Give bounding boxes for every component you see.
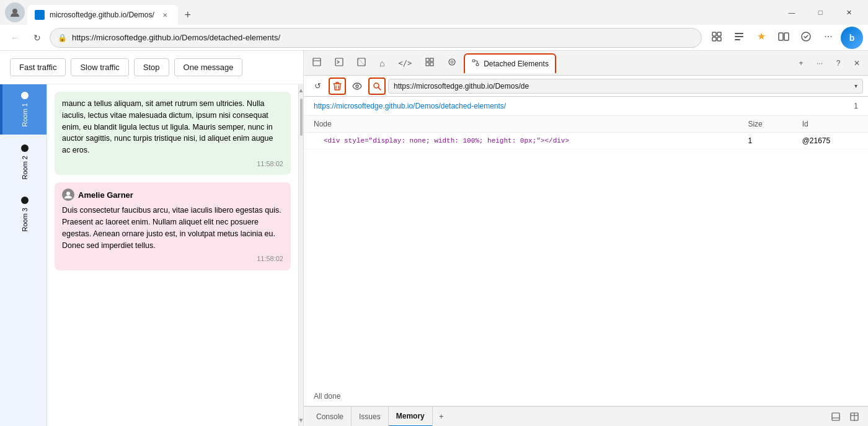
svg-rect-9 [784, 33, 789, 40]
more-tools-icon[interactable]: ··· [818, 27, 838, 47]
address-path: Demos/detached-elements/ [182, 33, 280, 42]
bottom-dock-icon[interactable] [827, 408, 844, 425]
console-icon [335, 58, 343, 68]
svg-rect-19 [426, 63, 429, 66]
devtools-status: All done [304, 387, 868, 406]
collections-icon[interactable] [707, 27, 727, 47]
svg-rect-17 [426, 58, 429, 61]
svg-rect-12 [313, 58, 321, 66]
devtools-url-bar[interactable]: https://microsoftedge.github.io/Demos/de… [388, 79, 863, 94]
chat-panel: Fast traffic Slow traffic Stop One messa… [0, 51, 304, 426]
devtools-url-dropdown[interactable]: ▾ [854, 82, 857, 89]
room-2-dot [21, 144, 29, 152]
lock-icon: 🔒 [58, 33, 67, 42]
devtools-more-button[interactable]: ··· [811, 55, 828, 72]
devtools-tab-performance[interactable]: </> [392, 53, 418, 73]
active-tab[interactable]: microsoftedge.github.io/Demos/ ✕ [27, 5, 178, 25]
message-1-time: 11:58:02 [62, 159, 283, 169]
devtools-result-count: 1 [854, 102, 858, 110]
minimize-button[interactable]: — [777, 2, 806, 22]
svg-rect-20 [430, 63, 433, 66]
close-button[interactable]: ✕ [835, 2, 863, 22]
slow-traffic-button[interactable]: Slow traffic [71, 58, 128, 76]
svg-rect-2 [717, 32, 721, 36]
scroll-thumb[interactable] [300, 99, 303, 136]
stop-button[interactable]: Stop [134, 58, 169, 76]
devtools-url-text: https://microsoftedge.github.io/Demos/de [394, 82, 852, 91]
svg-rect-30 [832, 413, 839, 420]
room-1-label: Room 1 [21, 103, 29, 127]
edge-copilot-icon[interactable]: b [841, 27, 863, 49]
devtools-tab-detached-elements[interactable]: Detached Elements [464, 53, 556, 73]
application-icon [448, 58, 456, 68]
devtools-subtoolbar: ↺ https://microsoftedge.github.io/Demos/… [304, 76, 868, 97]
chat-toolbar: Fast traffic Slow traffic Stop One messa… [0, 51, 303, 84]
devtools-refresh-button[interactable]: ↺ [309, 78, 326, 95]
maximize-button[interactable]: □ [806, 2, 835, 22]
browser-essentials-icon[interactable] [796, 27, 816, 47]
message-2-text: Duis consectetur faucibus arcu, vitae ia… [62, 205, 283, 251]
svg-line-16 [358, 58, 365, 66]
tab-close-button[interactable]: ✕ [159, 9, 170, 20]
title-bar: microsoftedge.github.io/Demos/ ✕ + — □ ✕ [0, 0, 868, 25]
bottom-settings-icon[interactable] [846, 408, 863, 425]
table-cell-id: @21675 [792, 133, 868, 149]
profile-button[interactable] [5, 2, 25, 22]
devtools-help-button[interactable]: ? [830, 55, 847, 72]
nav-icons: ★ ··· b [707, 27, 863, 49]
room-3-item[interactable]: Room 3 [0, 189, 46, 239]
svg-rect-3 [712, 37, 716, 41]
sender-name: Amelie Garner [78, 189, 133, 202]
devtools-tab-console[interactable] [329, 53, 350, 73]
window-controls: — □ ✕ [777, 2, 863, 22]
col-node: Node [304, 116, 738, 133]
reader-mode-icon[interactable] [729, 27, 749, 47]
refresh-button[interactable]: ↻ [27, 28, 47, 48]
address-bar[interactable]: 🔒 https://microsoftedge.github.io/Demos/… [50, 28, 702, 48]
devtools-tab-network[interactable]: ⌂ [373, 53, 391, 73]
table-row[interactable]: <div style="display: none; width: 100%; … [304, 133, 868, 149]
devtools-content: https://microsoftedge.github.io/Demos/de… [304, 97, 868, 387]
svg-rect-1 [712, 32, 716, 36]
bottom-tab-memory[interactable]: Memory [389, 407, 433, 427]
room-3-dot [21, 197, 29, 204]
devtools-search-button[interactable] [368, 78, 386, 95]
back-button[interactable]: ← [5, 28, 25, 48]
devtools-tabs: ⌂ </> [304, 51, 868, 76]
svg-point-27 [356, 85, 358, 87]
status-text: All done [314, 392, 340, 401]
favorites-icon[interactable]: ★ [751, 27, 771, 47]
messages-area[interactable]: maunc a tellus aliquam, sit amet rutrum … [47, 84, 298, 426]
room-2-item[interactable]: Room 2 [0, 137, 46, 187]
devtools-delete-button[interactable] [329, 78, 346, 95]
scroll-indicator[interactable]: ▲ ▼ [298, 84, 303, 426]
room-1-item[interactable]: Room 1 [0, 84, 46, 135]
devtools-header-url: https://microsoftedge.github.io/Demos/de… [314, 102, 506, 110]
split-view-icon[interactable] [774, 27, 794, 47]
message-2-sender: Amelie Garner [62, 189, 283, 201]
devtools-close-button[interactable]: ✕ [848, 55, 866, 72]
devtools-tab-sources[interactable] [351, 53, 372, 73]
devtools-eye-button[interactable] [348, 78, 366, 95]
scroll-down-arrow[interactable]: ▼ [296, 414, 303, 426]
devtools-tab-buttons: + ··· ? ✕ [792, 55, 866, 72]
tab-bar: microsoftedge.github.io/Demos/ ✕ + [27, 0, 775, 25]
devtools-panel: ⌂ </> [304, 51, 868, 426]
bottom-tab-console[interactable]: Console [309, 407, 352, 427]
table-cell-node: <div style="display: none; width: 100%; … [304, 133, 738, 149]
devtools-add-tab-button[interactable]: + [792, 55, 810, 72]
bottom-tab-issues[interactable]: Issues [352, 407, 389, 427]
devtools-tab-elements[interactable] [306, 53, 327, 73]
devtools-tab-application[interactable] [441, 53, 463, 73]
table-header-row: Node Size Id [304, 116, 868, 133]
one-message-button[interactable]: One message [174, 58, 243, 76]
address-text: https://microsoftedge.github.io/Demos/de… [72, 33, 694, 42]
new-tab-button[interactable]: + [178, 5, 198, 25]
bottom-add-tab-button[interactable]: + [433, 408, 450, 425]
message-2-time: 11:58:02 [62, 254, 283, 264]
svg-point-0 [12, 9, 17, 14]
devtools-tab-memory[interactable] [419, 53, 440, 73]
memory-icon [425, 58, 434, 68]
scroll-up-arrow[interactable]: ▲ [296, 84, 303, 96]
fast-traffic-button[interactable]: Fast traffic [10, 58, 66, 76]
